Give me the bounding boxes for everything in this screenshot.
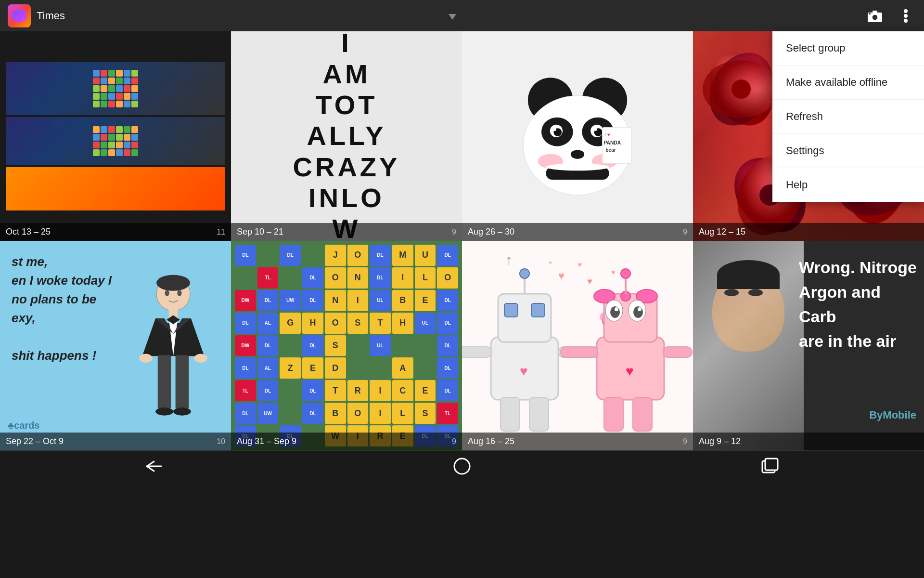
scrabble-empty xyxy=(347,335,369,356)
svg-point-46 xyxy=(156,275,190,291)
more-options-button[interactable] xyxy=(895,5,916,26)
scrabble-tile: N xyxy=(325,290,346,311)
cell-label-aug12-15: Aug 12 – 15 xyxy=(693,223,924,241)
scrabble-tile: S xyxy=(347,313,369,334)
svg-text:i ♥: i ♥ xyxy=(604,132,610,137)
grid-cell-sep10-21[interactable]: IAMTOTALLYCRAZYINLOW Sep 10 – 21 9 xyxy=(231,31,462,241)
scrabble-empty xyxy=(257,245,279,266)
bymobile-watermark: ByMobile xyxy=(869,409,916,421)
scrabble-tile: UW xyxy=(280,290,301,311)
cards-logo: ♣cards xyxy=(8,420,40,431)
scrabble-tile: DL xyxy=(235,245,256,266)
back-button[interactable] xyxy=(140,457,168,476)
scrabble-tile: AL xyxy=(257,357,279,379)
scrabble-tile: U xyxy=(415,245,436,266)
menu-item-help[interactable]: Help xyxy=(772,168,924,202)
scrabble-tile: O xyxy=(325,267,346,289)
person-face xyxy=(693,241,804,450)
scrabble-tile: L xyxy=(415,267,436,289)
cell-count: 9 xyxy=(452,228,456,236)
svg-text:↑: ↑ xyxy=(505,252,513,268)
menu-item-settings[interactable]: Settings xyxy=(772,134,924,168)
scrabble-tile: L xyxy=(392,403,413,424)
svg-point-31 xyxy=(732,79,751,99)
svg-text:♥: ♥ xyxy=(578,261,582,269)
scrabble-tile: DL xyxy=(302,267,323,289)
scrabble-tile: G xyxy=(280,313,301,334)
camera-button[interactable] xyxy=(864,5,886,26)
menu-item-make-offline[interactable]: Make available offline xyxy=(772,66,924,100)
cell-label-oct13-25: Oct 13 – 25 11 xyxy=(0,223,231,241)
scrabble-tile: TL xyxy=(437,403,458,424)
man-silhouette xyxy=(125,267,221,436)
svg-rect-102 xyxy=(765,459,778,470)
cell-date: Aug 16 – 25 xyxy=(468,436,514,447)
svg-rect-95 xyxy=(633,397,652,431)
scrabble-tile: E xyxy=(415,380,436,401)
top-bar-actions xyxy=(864,5,916,26)
scrabble-empty xyxy=(280,380,301,401)
scrabble-tile: M xyxy=(392,245,413,266)
grid-cell-aug31-sep9[interactable]: DL DL J O DL M U DL TL DL O N DL I L O D… xyxy=(231,241,462,450)
scrabble-tile: UL xyxy=(415,313,436,334)
svg-rect-4 xyxy=(869,13,871,14)
scrabble-tile: UL xyxy=(370,290,391,311)
scrabble-tile: DL xyxy=(257,290,279,311)
svg-rect-72 xyxy=(462,347,492,357)
scrabble-tile: I xyxy=(370,380,391,401)
scrabble-tile: DL xyxy=(437,357,458,379)
scrabble-tile: T xyxy=(370,313,391,334)
svg-text:♥: ♥ xyxy=(558,270,565,282)
svg-text:PANDA: PANDA xyxy=(603,140,621,145)
svg-rect-69 xyxy=(500,397,520,431)
home-button[interactable] xyxy=(448,457,476,476)
scrabble-tile: N xyxy=(347,267,369,289)
quote-text: st me, en I woke today I no plans to be … xyxy=(12,252,112,365)
recents-button[interactable] xyxy=(756,457,784,476)
scrabble-tile: I xyxy=(347,290,369,311)
svg-point-68 xyxy=(520,269,529,278)
svg-point-7 xyxy=(904,19,908,23)
grid-cell-oct13-25[interactable]: Oct 13 – 25 11 xyxy=(0,31,231,241)
dropdown-arrow-icon xyxy=(449,14,456,20)
menu-item-select-group[interactable]: Select group xyxy=(772,31,924,66)
scrabble-tile: H xyxy=(392,313,413,334)
scrabble-empty xyxy=(280,403,301,424)
svg-text:♥: ♥ xyxy=(549,260,552,266)
scrabble-tile: DL xyxy=(437,313,458,334)
cell-date: Aug 9 – 12 xyxy=(699,436,741,447)
scrabble-tile: B xyxy=(325,403,346,424)
svg-point-17 xyxy=(553,128,556,131)
grid-cell-sep22-oct9[interactable]: st me, en I woke today I no plans to be … xyxy=(0,241,231,450)
scrabble-tile: C xyxy=(392,380,413,401)
cell-count: 9 xyxy=(683,228,687,236)
svg-point-54 xyxy=(155,407,173,416)
svg-text:♥: ♥ xyxy=(520,364,528,379)
scrabble-empty xyxy=(370,357,391,379)
bbt-text: Wrong. Nitroge Argon and Carb are in the… xyxy=(799,255,919,354)
scrabble-empty xyxy=(392,335,413,356)
grid-cell-aug26-30[interactable]: i ♥ PANDA bear Aug 26 – 30 9 xyxy=(462,31,693,241)
scrabble-tile: E xyxy=(302,357,323,379)
scrabble-tile: UW xyxy=(257,403,279,424)
menu-item-refresh[interactable]: Refresh xyxy=(772,100,924,134)
scrabble-tile: D xyxy=(325,357,346,379)
scrabble-tile: S xyxy=(415,403,436,424)
top-bar: Times xyxy=(0,0,924,31)
svg-rect-64 xyxy=(498,294,551,342)
scrabble-tile: A xyxy=(392,357,413,379)
cell-date: Oct 13 – 25 xyxy=(6,227,51,237)
bottom-nav-bar xyxy=(0,450,924,482)
svg-point-51 xyxy=(194,354,207,363)
scrabble-tile: DW xyxy=(235,335,256,356)
grid-cell-aug9-12[interactable]: Wrong. Nitroge Argon and Carb are in the… xyxy=(693,241,924,450)
cell-label-aug16-25: Aug 16 – 25 9 xyxy=(462,433,693,450)
panda-image: i ♥ PANDA bear xyxy=(510,64,645,209)
scrabble-tile: DL xyxy=(257,380,279,401)
svg-rect-53 xyxy=(176,355,189,408)
grid-cell-aug16-25[interactable]: ♥ ♥ ♥ ♥ ♥ ♥ xyxy=(462,241,693,450)
scrabble-empty xyxy=(415,357,436,379)
screenshot-thumb-3 xyxy=(6,167,225,210)
scrabble-tile: J xyxy=(325,245,346,266)
svg-rect-65 xyxy=(504,303,518,317)
